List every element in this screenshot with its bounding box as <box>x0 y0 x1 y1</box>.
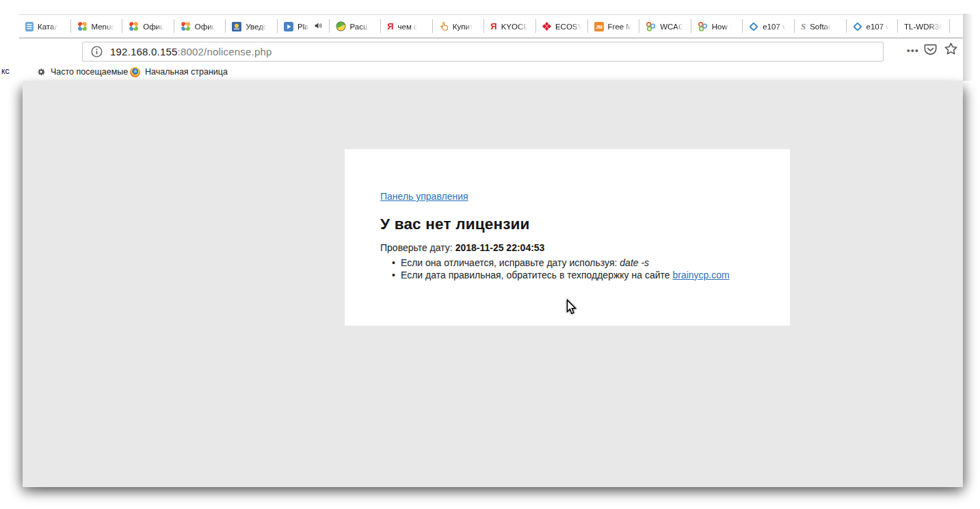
bullet-marker: • <box>392 270 401 282</box>
navigation-toolbar: 192.168.0.155:8002/nolicense.php ••• <box>0 38 963 63</box>
tab-title: Расш <box>350 23 370 31</box>
bookmarks-toolbar: кс Часто посещаемые Начальная страница <box>0 63 963 81</box>
list-item: • Если она отличается, исправьте дату ис… <box>392 257 730 270</box>
browser-tab[interactable]: SSoftac <box>795 15 847 38</box>
tab-strip: КаталMenusОфицОфицУведоPlaРасшЯчем оКупи… <box>19 15 963 38</box>
tab-title: e107 v <box>763 23 786 31</box>
browser-tab[interactable]: e107 v <box>743 15 795 38</box>
bookmark-label: Начальная страница <box>145 67 228 77</box>
yandex-favicon-icon: Я <box>387 22 393 31</box>
bookmark-label: Часто посещаемые <box>51 67 128 77</box>
bookmark-item-home[interactable]: Начальная страница <box>130 65 228 79</box>
gear-icon <box>36 67 46 77</box>
ecosys-favicon-icon <box>542 22 551 31</box>
check-date-line: Проверьте дату: 2018-11-25 22:04:53 <box>380 242 544 253</box>
date-command: date -s <box>620 257 649 268</box>
tab-title: Офиц <box>143 23 164 31</box>
window-edge-shadow <box>963 14 973 81</box>
tab-title: WCAG <box>660 23 685 31</box>
hand-favicon-icon <box>439 22 449 31</box>
bullet-marker: • <box>392 257 401 270</box>
page-viewport: Панель управления У вас нет лицензии Про… <box>23 81 963 487</box>
firefox-icon <box>130 67 140 77</box>
tab-title: Softac <box>810 23 832 31</box>
e107-favicon-icon <box>749 22 758 31</box>
joomla-favicon-icon <box>129 21 139 31</box>
browser-tab[interactable]: Уведо <box>226 15 278 38</box>
browser-tab[interactable]: Офиц <box>174 15 226 38</box>
tab-title: How t <box>712 23 732 31</box>
joomla-favicon-icon <box>181 21 191 31</box>
tab-title: Pla <box>297 23 309 31</box>
instruction-list: • Если она отличается, исправьте дату ис… <box>392 257 730 281</box>
bookmark-star-icon[interactable] <box>944 42 958 56</box>
tab-title: TL-WDR36 <box>904 23 944 31</box>
page-actions-icon[interactable]: ••• <box>904 41 922 59</box>
url-path: :8002/nolicense.php <box>178 46 272 57</box>
tab-title: Уведо <box>246 23 267 31</box>
tab-title: Free M <box>608 23 633 31</box>
url-bar[interactable]: 192.168.0.155:8002/nolicense.php <box>82 42 884 62</box>
browser-tab[interactable]: How t <box>691 15 743 38</box>
browser-tab[interactable]: JMFree M <box>588 15 640 38</box>
browser-tab[interactable]: Расш <box>330 15 382 38</box>
tab-title: ECOSY <box>555 23 583 31</box>
tab-title: e107 v <box>866 23 890 31</box>
tab-title: Купит <box>453 23 473 31</box>
parrot-favicon-icon <box>336 21 346 31</box>
softaculous-favicon-icon: S <box>801 22 806 31</box>
date-value: 2018-11-25 22:04:53 <box>455 242 545 253</box>
bookmark-item-frequent[interactable]: Часто посещаемые <box>36 65 128 79</box>
page-title: У вас нет лицензии <box>380 216 530 233</box>
tab-title: чем о <box>398 23 419 31</box>
bookmark-item-cropped[interactable]: кс <box>1 66 10 76</box>
tab-title: Катал <box>38 23 59 31</box>
browser-tab[interactable]: e107 v <box>847 15 899 38</box>
tab-title: KYOCE <box>501 23 529 31</box>
circles-favicon-icon <box>646 21 656 31</box>
browser-tab[interactable]: ЯKYOCE <box>484 15 536 38</box>
bullet-text: Если она отличается, исправьте дату испо… <box>401 257 620 268</box>
browser-tab[interactable]: Купит <box>433 15 485 38</box>
browser-tab[interactable]: Menus <box>71 15 123 38</box>
mouse-cursor <box>566 299 578 319</box>
browser-tab[interactable]: Ячем о <box>381 15 433 38</box>
yandex-favicon-icon: Я <box>490 22 496 31</box>
browser-tab[interactable]: Катал <box>19 15 71 38</box>
site-info-icon[interactable] <box>91 46 103 57</box>
browser-tab[interactable]: Офиц <box>122 15 174 38</box>
control-panel-link[interactable]: Панель управления <box>380 191 468 202</box>
pocket-icon[interactable] <box>923 42 938 57</box>
brainycp-link[interactable]: brainycp.com <box>672 270 729 280</box>
browser-tab[interactable]: Pla <box>278 15 330 38</box>
joomla-favicon-icon <box>77 21 88 31</box>
url-host: 192.168.0.155 <box>110 46 178 57</box>
list-item: • Если дата правильная, обратитесь в тех… <box>392 270 730 282</box>
tab-audio-icon[interactable] <box>314 21 323 33</box>
catalog-favicon-icon <box>25 22 34 31</box>
tab-title: Menus <box>92 23 116 31</box>
circles-favicon-icon <box>698 21 708 31</box>
tab-title: Офиц <box>195 23 216 31</box>
browser-tab[interactable]: TL-WDR36 <box>898 15 950 38</box>
jm-favicon-icon: JM <box>594 22 604 31</box>
badge-favicon-icon <box>232 22 241 31</box>
browser-tab[interactable]: ECOSY <box>536 15 588 38</box>
url-text[interactable]: 192.168.0.155:8002/nolicense.php <box>110 46 272 57</box>
svg-text:JM: JM <box>596 25 602 29</box>
bullet-text: Если дата правильная, обратитесь в техпо… <box>401 270 672 280</box>
play-favicon-icon <box>284 22 293 31</box>
e107-favicon-icon <box>853 22 862 31</box>
browser-tab[interactable]: WCAG <box>639 15 691 38</box>
date-label: Проверьте дату: <box>380 242 455 253</box>
